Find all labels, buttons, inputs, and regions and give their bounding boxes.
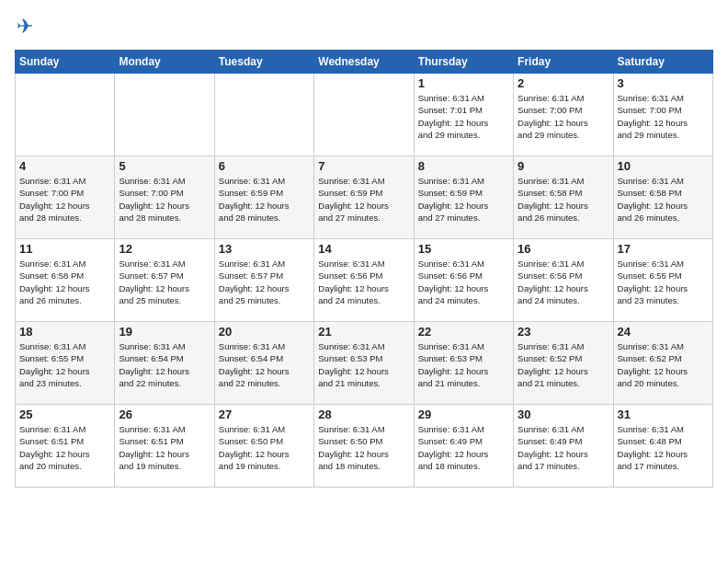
calendar-cell: 16Sunrise: 6:31 AMSunset: 6:56 PMDayligh…: [514, 239, 613, 322]
day-info: Sunrise: 6:31 AMSunset: 6:58 PMDaylight:…: [19, 258, 110, 306]
day-number: 23: [518, 325, 609, 339]
calendar-cell: 12Sunrise: 6:31 AMSunset: 6:57 PMDayligh…: [115, 239, 214, 322]
day-number: 5: [119, 159, 210, 173]
day-info: Sunrise: 6:31 AMSunset: 6:55 PMDaylight:…: [19, 340, 110, 389]
day-number: 24: [618, 325, 709, 339]
calendar-cell: 20Sunrise: 6:31 AMSunset: 6:54 PMDayligh…: [214, 322, 313, 405]
day-number: 7: [318, 159, 409, 173]
day-number: 31: [618, 408, 709, 421]
calendar-cell: 13Sunrise: 6:31 AMSunset: 6:57 PMDayligh…: [214, 239, 313, 322]
day-info: Sunrise: 6:31 AMSunset: 6:49 PMDaylight:…: [518, 423, 609, 472]
day-number: 4: [19, 159, 110, 173]
calendar-week-row: 18Sunrise: 6:31 AMSunset: 6:55 PMDayligh…: [16, 322, 713, 405]
day-info: Sunrise: 6:31 AMSunset: 6:52 PMDaylight:…: [618, 340, 709, 389]
day-info: Sunrise: 6:31 AMSunset: 6:54 PMDaylight:…: [119, 340, 210, 389]
calendar-cell: 31Sunrise: 6:31 AMSunset: 6:48 PMDayligh…: [613, 405, 712, 488]
day-number: 16: [518, 242, 609, 256]
calendar-cell: 23Sunrise: 6:31 AMSunset: 6:52 PMDayligh…: [514, 322, 613, 405]
page-header: ✈: [15, 15, 713, 40]
day-number: 10: [618, 159, 709, 173]
calendar-cell: 5Sunrise: 6:31 AMSunset: 7:00 PMDaylight…: [115, 156, 214, 239]
calendar-table: SundayMondayTuesdayWednesdayThursdayFrid…: [15, 50, 713, 488]
day-info: Sunrise: 6:31 AMSunset: 7:01 PMDaylight:…: [418, 92, 509, 141]
day-number: 22: [418, 325, 509, 339]
day-number: 3: [618, 76, 709, 90]
day-info: Sunrise: 6:31 AMSunset: 6:56 PMDaylight:…: [518, 258, 609, 306]
day-info: Sunrise: 6:31 AMSunset: 6:56 PMDaylight:…: [418, 258, 509, 306]
calendar-cell: 26Sunrise: 6:31 AMSunset: 6:51 PMDayligh…: [115, 405, 214, 488]
calendar-cell: 10Sunrise: 6:31 AMSunset: 6:58 PMDayligh…: [613, 156, 712, 239]
calendar-cell: 19Sunrise: 6:31 AMSunset: 6:54 PMDayligh…: [115, 322, 214, 405]
day-number: 9: [518, 159, 609, 173]
day-info: Sunrise: 6:31 AMSunset: 6:58 PMDaylight:…: [618, 175, 709, 224]
weekday-header: Thursday: [414, 51, 513, 74]
weekday-header: Monday: [115, 51, 214, 74]
day-number: 17: [618, 242, 709, 256]
day-info: Sunrise: 6:31 AMSunset: 6:52 PMDaylight:…: [518, 340, 609, 389]
day-number: 1: [418, 76, 509, 90]
calendar-cell: [214, 74, 313, 156]
day-number: 18: [19, 325, 110, 339]
calendar-cell: 25Sunrise: 6:31 AMSunset: 6:51 PMDayligh…: [16, 405, 115, 488]
calendar-cell: 29Sunrise: 6:31 AMSunset: 6:49 PMDayligh…: [414, 405, 513, 488]
calendar-cell: 22Sunrise: 6:31 AMSunset: 6:53 PMDayligh…: [414, 322, 513, 405]
day-number: 27: [219, 408, 310, 421]
calendar-week-row: 11Sunrise: 6:31 AMSunset: 6:58 PMDayligh…: [16, 239, 713, 322]
day-number: 12: [119, 242, 210, 256]
day-number: 14: [318, 242, 409, 256]
calendar-cell: 14Sunrise: 6:31 AMSunset: 6:56 PMDayligh…: [314, 239, 414, 322]
calendar-header: SundayMondayTuesdayWednesdayThursdayFrid…: [16, 51, 713, 74]
calendar-cell: 15Sunrise: 6:31 AMSunset: 6:56 PMDayligh…: [414, 239, 513, 322]
day-info: Sunrise: 6:31 AMSunset: 6:59 PMDaylight:…: [219, 175, 310, 224]
calendar-cell: 8Sunrise: 6:31 AMSunset: 6:59 PMDaylight…: [414, 156, 513, 239]
day-info: Sunrise: 6:31 AMSunset: 7:00 PMDaylight:…: [518, 92, 609, 141]
day-info: Sunrise: 6:31 AMSunset: 6:54 PMDaylight:…: [219, 340, 310, 389]
calendar-cell: 28Sunrise: 6:31 AMSunset: 6:50 PMDayligh…: [314, 405, 414, 488]
day-info: Sunrise: 6:31 AMSunset: 7:00 PMDaylight:…: [119, 175, 210, 224]
weekday-header: Wednesday: [314, 51, 414, 74]
calendar-cell: [115, 74, 214, 156]
day-number: 20: [219, 325, 310, 339]
day-info: Sunrise: 6:31 AMSunset: 7:00 PMDaylight:…: [618, 92, 709, 141]
day-info: Sunrise: 6:31 AMSunset: 6:55 PMDaylight:…: [618, 258, 709, 306]
day-info: Sunrise: 6:31 AMSunset: 6:56 PMDaylight:…: [318, 258, 409, 306]
weekday-header: Sunday: [16, 51, 115, 74]
svg-text:✈: ✈: [17, 15, 33, 38]
calendar-cell: 9Sunrise: 6:31 AMSunset: 6:58 PMDaylight…: [514, 156, 613, 239]
calendar-cell: 3Sunrise: 6:31 AMSunset: 7:00 PMDaylight…: [613, 74, 712, 156]
day-info: Sunrise: 6:31 AMSunset: 6:59 PMDaylight:…: [418, 175, 509, 224]
calendar-cell: 17Sunrise: 6:31 AMSunset: 6:55 PMDayligh…: [613, 239, 712, 322]
day-info: Sunrise: 6:31 AMSunset: 6:57 PMDaylight:…: [219, 258, 310, 306]
calendar-cell: [16, 74, 115, 156]
logo-icon: ✈: [15, 15, 40, 40]
day-info: Sunrise: 6:31 AMSunset: 6:51 PMDaylight:…: [19, 423, 110, 472]
calendar-cell: 27Sunrise: 6:31 AMSunset: 6:50 PMDayligh…: [214, 405, 313, 488]
day-number: 19: [119, 325, 210, 339]
calendar-cell: 6Sunrise: 6:31 AMSunset: 6:59 PMDaylight…: [214, 156, 313, 239]
day-info: Sunrise: 6:31 AMSunset: 6:59 PMDaylight:…: [318, 175, 409, 224]
day-number: 13: [219, 242, 310, 256]
day-info: Sunrise: 6:31 AMSunset: 7:00 PMDaylight:…: [19, 175, 110, 224]
calendar-week-row: 4Sunrise: 6:31 AMSunset: 7:00 PMDaylight…: [16, 156, 713, 239]
day-info: Sunrise: 6:31 AMSunset: 6:53 PMDaylight:…: [318, 340, 409, 389]
day-info: Sunrise: 6:31 AMSunset: 6:49 PMDaylight:…: [418, 423, 509, 472]
day-number: 30: [518, 408, 609, 421]
day-number: 25: [19, 408, 110, 421]
day-number: 29: [418, 408, 509, 421]
day-number: 28: [318, 408, 409, 421]
day-info: Sunrise: 6:31 AMSunset: 6:50 PMDaylight:…: [318, 423, 409, 472]
day-info: Sunrise: 6:31 AMSunset: 6:58 PMDaylight:…: [518, 175, 609, 224]
day-number: 26: [119, 408, 210, 421]
day-number: 8: [418, 159, 509, 173]
calendar-cell: 7Sunrise: 6:31 AMSunset: 6:59 PMDaylight…: [314, 156, 414, 239]
day-info: Sunrise: 6:31 AMSunset: 6:53 PMDaylight:…: [418, 340, 509, 389]
calendar-week-row: 25Sunrise: 6:31 AMSunset: 6:51 PMDayligh…: [16, 405, 713, 488]
weekday-header: Tuesday: [214, 51, 313, 74]
day-number: 15: [418, 242, 509, 256]
day-info: Sunrise: 6:31 AMSunset: 6:50 PMDaylight:…: [219, 423, 310, 472]
calendar-cell: 24Sunrise: 6:31 AMSunset: 6:52 PMDayligh…: [613, 322, 712, 405]
day-number: 2: [518, 76, 609, 90]
logo: ✈: [15, 15, 44, 40]
calendar-cell: 18Sunrise: 6:31 AMSunset: 6:55 PMDayligh…: [16, 322, 115, 405]
day-info: Sunrise: 6:31 AMSunset: 6:48 PMDaylight:…: [618, 423, 709, 472]
